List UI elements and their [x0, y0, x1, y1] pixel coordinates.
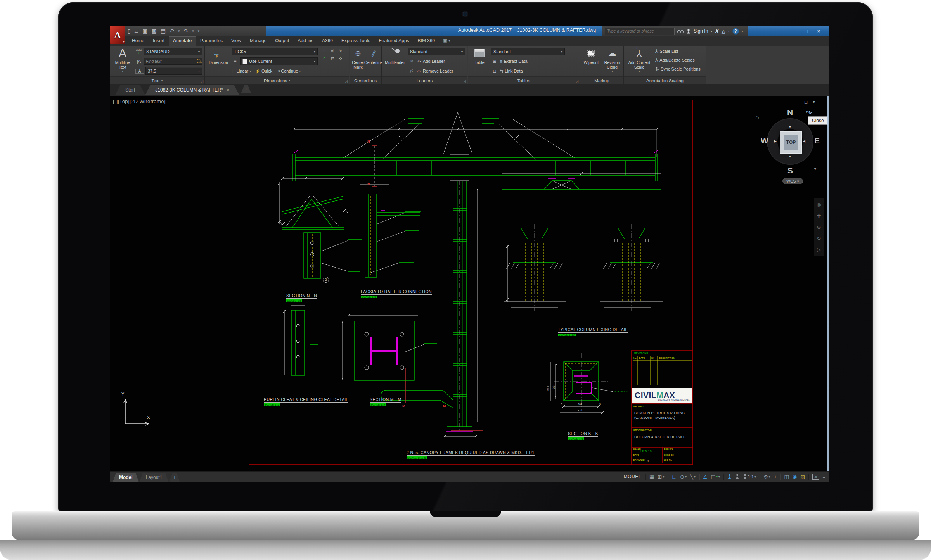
workspace-switching-icon[interactable]: ⚙▾: [763, 474, 770, 480]
multiline-text-button[interactable]: A Multiline Text ▾: [111, 47, 134, 76]
a360-caret-icon[interactable]: ▾: [728, 29, 730, 33]
application-menu-button[interactable]: A ▾: [110, 26, 125, 44]
dim-baseline-icon[interactable]: ⍿: [320, 48, 328, 55]
tab-featured-apps[interactable]: Featured Apps: [375, 36, 414, 46]
model-space-canvas[interactable]: [-][Top][2D Wireframe] SECTION N - N SCA…: [110, 96, 829, 471]
add-leader-button[interactable]: ↗•Add Leader: [416, 59, 445, 64]
dimensions-panel-launcher-icon[interactable]: ◿: [345, 80, 348, 83]
table-upload-icon[interactable]: ⊟: [491, 69, 498, 74]
tab-annotate[interactable]: Annotate: [169, 36, 196, 46]
text-height-select[interactable]: 37.5▾: [145, 67, 202, 75]
table-export-icon[interactable]: ⊞: [491, 59, 498, 64]
viewcube-top-face[interactable]: TOP: [780, 131, 802, 154]
vertical-scrollbar[interactable]: [827, 96, 829, 471]
a360-icon[interactable]: ◭: [722, 28, 725, 34]
sync-scale-positions-button[interactable]: ⇅Sync Scale Positions: [655, 66, 701, 72]
ortho-mode-icon[interactable]: ∟: [671, 474, 677, 480]
viewcube-arrow-down-icon[interactable]: ▲: [788, 154, 792, 158]
autoscale-icon[interactable]: [735, 474, 739, 479]
viewcube-north[interactable]: N: [787, 108, 793, 117]
tab-home[interactable]: Home: [128, 36, 149, 46]
drawing-close-icon[interactable]: ×: [813, 99, 815, 105]
dim-layer-select[interactable]: Use Current▾: [240, 57, 318, 65]
open-file-icon[interactable]: ▱: [135, 28, 139, 34]
undo-icon[interactable]: ↶: [170, 28, 174, 34]
tab-parametric[interactable]: Parametric: [196, 36, 227, 46]
link-data-button[interactable]: ⇆Link Data: [500, 69, 523, 74]
zoom-icon[interactable]: ⊕: [817, 224, 821, 230]
dim-check-icon[interactable]: ✓: [320, 56, 328, 63]
extract-data-button[interactable]: ⧈Extract Data: [500, 59, 528, 64]
undo-caret-icon[interactable]: ▾: [178, 29, 180, 33]
viewcube-arrow-left-icon[interactable]: ▶: [774, 139, 777, 143]
clean-screen-icon[interactable]: ▨: [800, 474, 805, 480]
mleader-style-select[interactable]: Standard▾: [408, 48, 465, 55]
object-snap-icon[interactable]: ▢•▾: [711, 474, 720, 480]
remove-leader-button[interactable]: ↗•Remove Leader: [416, 69, 453, 74]
viewcube-menu-caret-icon[interactable]: ▼: [813, 167, 817, 171]
cad-drawing[interactable]: [110, 96, 829, 471]
isometric-drafting-icon[interactable]: ╲▾: [690, 474, 696, 480]
snap-mode-icon[interactable]: ⊞▾: [658, 474, 664, 480]
hardware-acceleration-icon[interactable]: ◉: [793, 474, 797, 480]
leader-align-icon[interactable]: ⤨: [408, 59, 415, 64]
model-space-indicator[interactable]: MODEL: [624, 474, 641, 479]
dim-update-icon[interactable]: ⇄: [328, 56, 336, 63]
orbit-tool-icon[interactable]: ↻: [817, 235, 821, 241]
file-tab-document[interactable]: J1082-3K COLUMN & RAFTER* ×: [145, 85, 239, 95]
scale-list-button[interactable]: ⅄Scale List: [655, 48, 678, 54]
viewcube-arrow-up-icon[interactable]: ▼: [788, 125, 792, 129]
linear-dim-button[interactable]: ⊢Linear▾: [232, 69, 251, 74]
centerline-button[interactable]: ∥ Centerline: [366, 47, 381, 76]
viewcube-arrow-right-icon[interactable]: ◀: [803, 139, 805, 143]
exchange-apps-icon[interactable]: X: [715, 28, 718, 34]
text-style-select[interactable]: STANDARD▾: [144, 48, 202, 55]
isolate-objects-icon[interactable]: ◫: [784, 474, 789, 480]
wipeout-button[interactable]: Wipeout: [581, 47, 601, 76]
dimension-button[interactable]: ↔✳ Dimension: [207, 47, 230, 76]
leader-collect-icon[interactable]: ⤩: [408, 69, 415, 73]
find-text-input[interactable]: [144, 58, 202, 65]
customization-menu-icon[interactable]: ≡: [822, 474, 825, 480]
add-delete-scales-button[interactable]: ⅄Add/Delete Scales: [655, 57, 695, 63]
new-layout-button[interactable]: +: [169, 473, 180, 482]
table-button[interactable]: Table: [470, 47, 489, 76]
dim-adjust-icon[interactable]: ⌸: [328, 48, 336, 55]
tab-express-tools[interactable]: Express Tools: [337, 36, 374, 46]
save-as-icon[interactable]: ▩: [152, 28, 157, 34]
text-panel-launcher-icon[interactable]: ◿: [201, 80, 203, 83]
search-input[interactable]: [605, 28, 675, 35]
redo-icon[interactable]: ↷: [183, 28, 188, 34]
revision-cloud-button[interactable]: ☁ Revision Cloud ▾: [601, 47, 623, 76]
annotation-visibility-icon[interactable]: [727, 474, 732, 479]
add-current-scale-button[interactable]: +Y Add Current Scale ▾: [625, 47, 654, 76]
customization-plus-icon[interactable]: +: [774, 474, 777, 480]
panel-footer-leaders[interactable]: Leaders ◿: [382, 76, 467, 84]
viewcube-east[interactable]: E: [814, 136, 820, 145]
center-mark-button[interactable]: ⊕ Center Mark: [350, 47, 366, 76]
save-icon[interactable]: ▣: [143, 28, 148, 34]
file-tab-start[interactable]: Start: [115, 85, 145, 95]
drawing-restore-icon[interactable]: □: [805, 99, 807, 105]
wcs-dropdown[interactable]: WCS ▾: [782, 178, 803, 184]
minimize-button[interactable]: −: [793, 28, 796, 34]
drawing-minimize-icon[interactable]: −: [796, 99, 799, 105]
viewcube-home-icon[interactable]: ⌂: [755, 114, 759, 121]
grid-display-icon[interactable]: ▦: [649, 474, 654, 480]
tab-add-ins[interactable]: Add-ins: [293, 36, 318, 46]
panel-footer-centerlines[interactable]: Centerlines: [350, 76, 381, 84]
table-style-select[interactable]: Standard▾: [491, 48, 565, 55]
panel-footer-markup[interactable]: Markup: [580, 76, 623, 84]
new-file-icon[interactable]: ▯: [128, 28, 131, 34]
viewport-controls[interactable]: [-][Top][2D Wireframe]: [113, 99, 166, 104]
close-button[interactable]: ×: [817, 28, 820, 34]
object-snap-tracking-icon[interactable]: ∠: [703, 474, 708, 480]
sign-in-caret-icon[interactable]: ▾: [711, 29, 712, 33]
search-binoculars-icon[interactable]: [677, 29, 684, 33]
file-tab-close-icon[interactable]: ×: [227, 88, 229, 92]
fullscreen-icon[interactable]: ⇲: [812, 474, 819, 480]
text-height-icon[interactable]: A: [135, 69, 144, 74]
tab-view[interactable]: View: [227, 36, 246, 46]
leaders-panel-launcher-icon[interactable]: ◿: [463, 80, 466, 83]
panel-footer-text[interactable]: Text▾ ◿: [110, 76, 204, 84]
